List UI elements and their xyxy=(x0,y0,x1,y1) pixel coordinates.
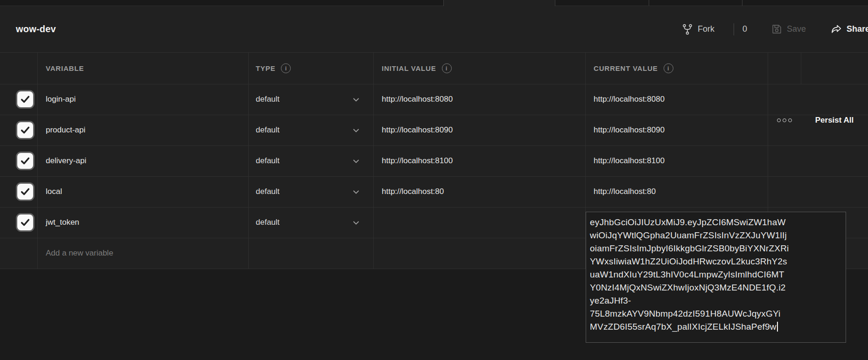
type-select[interactable]: default xyxy=(256,145,280,176)
grid-line xyxy=(801,52,801,84)
jwt-text-line: uaW1ndXIuY29tL3hIV0c4LmpwZyIsImlhdCI6MT xyxy=(590,268,842,281)
initial-value-cell[interactable]: http://localhost:80 xyxy=(382,176,444,207)
current-value-cell[interactable]: http://localhost:8080 xyxy=(594,84,665,115)
fork-icon xyxy=(681,23,693,35)
text-cursor xyxy=(777,322,778,332)
fork-label: Fork xyxy=(698,24,714,34)
current-value-info-icon[interactable]: i xyxy=(664,63,673,73)
fork-button[interactable]: Fork xyxy=(681,6,714,52)
tab-divider xyxy=(742,0,742,6)
table-row: local default http://localhost:80 http:/… xyxy=(0,176,868,207)
column-header-type: TYPE i xyxy=(256,52,291,84)
row-checkbox[interactable] xyxy=(17,153,33,169)
grid-line xyxy=(373,52,374,269)
share-label: Share xyxy=(847,24,868,34)
type-select[interactable]: default xyxy=(256,84,280,115)
grid-line xyxy=(0,207,868,208)
variable-name-cell[interactable]: local xyxy=(46,176,62,207)
table-row: product-api default http://localhost:809… xyxy=(0,115,868,145)
jwt-text-line: wiOiJqYWtlQGpha2UuamFrZSIsInVzZXJuYW1lIj xyxy=(590,229,842,242)
table-row: login-api default http://localhost:8080 … xyxy=(0,84,868,115)
jwt-text-line: eyJhbGciOiJIUzUxMiJ9.eyJpZCI6MSwiZW1haW xyxy=(590,216,842,229)
save-label: Save xyxy=(787,24,806,34)
row-checkbox[interactable] xyxy=(17,91,33,107)
checkmark-icon xyxy=(20,155,31,166)
chevron-down-icon xyxy=(351,157,361,166)
save-button[interactable]: Save xyxy=(771,6,806,52)
type-select[interactable]: default xyxy=(256,176,280,207)
chevron-down-icon xyxy=(351,187,361,197)
environment-editor: wow-dev Fork 0 Save Share xyxy=(0,0,868,360)
chevron-down-icon xyxy=(351,218,361,228)
row-checkbox[interactable] xyxy=(17,215,33,230)
variable-name-cell[interactable]: product-api xyxy=(46,115,85,145)
type-select[interactable]: default xyxy=(256,207,280,238)
active-tab[interactable] xyxy=(443,0,555,6)
share-button[interactable]: Share xyxy=(831,6,868,52)
grid-line xyxy=(37,52,38,269)
fork-count[interactable]: 0 xyxy=(742,6,747,52)
share-icon xyxy=(831,23,842,35)
initial-value-cell[interactable]: http://localhost:8100 xyxy=(382,145,453,176)
checkmark-icon xyxy=(20,125,31,136)
add-variable-input[interactable]: Add a new variable xyxy=(46,238,113,269)
divider xyxy=(734,23,734,35)
grid-line xyxy=(0,84,868,84)
jwt-text-line: MVzZD6I55srAq7bX_palIXIcjZELkIJShaPef9w xyxy=(590,320,842,333)
current-value-cell[interactable]: http://localhost:80 xyxy=(594,176,656,207)
grid-line xyxy=(0,115,868,115)
checkmark-icon xyxy=(20,186,31,197)
jwt-text-line: ye2aJHf3- xyxy=(590,294,842,307)
variable-name-cell[interactable]: delivery-api xyxy=(46,145,86,176)
grid-line xyxy=(248,52,249,269)
variable-name-cell[interactable]: jwt_token xyxy=(46,207,79,238)
environment-name[interactable]: wow-dev xyxy=(16,6,56,52)
type-info-icon[interactable]: i xyxy=(281,63,291,73)
jwt-current-value-editor[interactable]: eyJhbGciOiJIUzUxMiJ9.eyJpZCI6MSwiZW1haW … xyxy=(586,212,846,343)
column-header-variable: VARIABLE xyxy=(46,52,84,84)
jwt-text-line: YWxsIiwiaW1hZ2UiOiJodHRwczovL2kuc3RhY2s xyxy=(590,255,842,268)
grid-line xyxy=(0,52,868,53)
tab-bar xyxy=(0,0,868,6)
tab-divider xyxy=(649,0,649,6)
title-bar: wow-dev Fork 0 Save Share xyxy=(0,6,868,52)
checkmark-icon xyxy=(20,94,31,105)
grid-line xyxy=(0,145,868,146)
variable-name-cell[interactable]: login-api xyxy=(46,84,76,115)
row-checkbox[interactable] xyxy=(17,184,33,200)
initial-value-info-icon[interactable]: i xyxy=(442,63,452,73)
type-header-label: TYPE xyxy=(256,64,275,72)
type-select[interactable]: default xyxy=(256,115,280,145)
jwt-text-line: oiamFrZSIsImJpbyI6IkkgbGlrZSB0byBiYXNrZX… xyxy=(590,242,842,255)
column-header-initial-value: INITIAL VALUE i xyxy=(382,52,452,84)
initial-value-cell[interactable]: http://localhost:8080 xyxy=(382,84,453,115)
chevron-down-icon xyxy=(351,95,361,104)
table-row: delivery-api default http://localhost:81… xyxy=(0,145,868,176)
jwt-text-line: Y0NzI4MjQxNSwiZXhwIjoxNjQ3MzE4NDE1fQ.i2 xyxy=(590,281,842,294)
checkmark-icon xyxy=(20,217,31,228)
table-header-row: VARIABLE TYPE i INITIAL VALUE i CURRENT … xyxy=(0,52,868,84)
variable-header-label: VARIABLE xyxy=(46,64,84,72)
jwt-text-line: 75L8mzkAYV9Nbmp42dzI591H8AUWcJqyxGYi xyxy=(590,307,842,320)
grid-line xyxy=(0,176,868,177)
column-header-current-value: CURRENT VALUE i xyxy=(594,52,673,84)
current-value-header-label: CURRENT VALUE xyxy=(594,64,658,72)
current-value-cell[interactable]: http://localhost:8100 xyxy=(594,145,665,176)
initial-value-cell[interactable]: http://localhost:8090 xyxy=(382,115,453,145)
chevron-down-icon xyxy=(351,126,361,135)
row-checkbox[interactable] xyxy=(17,122,33,138)
current-value-cell[interactable]: http://localhost:8090 xyxy=(594,115,665,145)
initial-value-header-label: INITIAL VALUE xyxy=(382,64,436,72)
save-icon xyxy=(771,23,783,35)
